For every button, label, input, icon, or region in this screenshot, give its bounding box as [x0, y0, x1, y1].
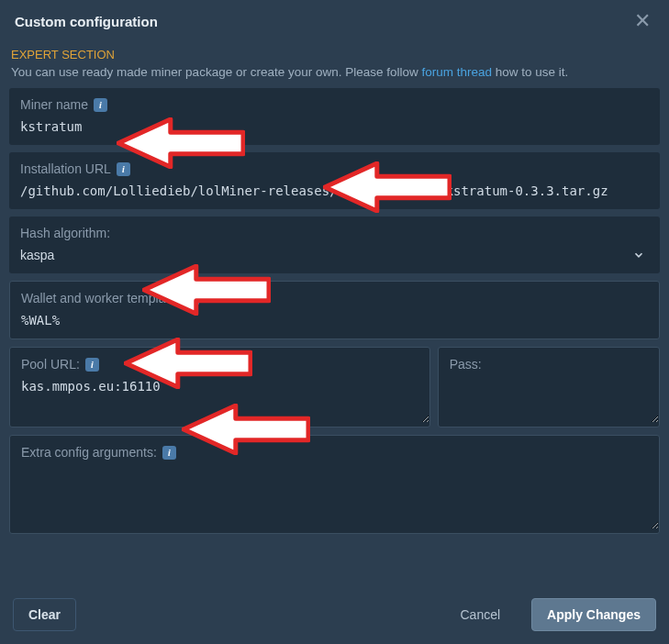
miner-name-group: Miner name i [9, 88, 660, 145]
wallet-template-label-text: Wallet and worker template: [21, 291, 180, 305]
pool-url-input[interactable] [10, 377, 429, 423]
info-icon[interactable]: i [185, 292, 199, 305]
pass-label: Pass: [439, 348, 659, 377]
modal-title: Custom configuration [15, 14, 158, 29]
expert-help-text: You can use ready made miner package or … [9, 63, 660, 88]
wallet-template-label: Wallet and worker template: i [10, 282, 659, 311]
miner-name-label: Miner name i [9, 88, 660, 117]
extra-config-label-text: Extra config arguments: [21, 445, 157, 460]
install-url-input[interactable] [9, 182, 660, 209]
hash-algo-select[interactable]: kaspa [9, 246, 660, 273]
hash-algo-group: Hash algorithm: kaspa [9, 217, 660, 273]
modal-header: Custom configuration ✕ [0, 0, 669, 40]
clear-button[interactable]: Clear [13, 598, 76, 631]
pass-label-text: Pass: [450, 357, 482, 372]
wallet-template-input[interactable] [10, 311, 659, 339]
pool-url-label-text: Pool URL: [21, 357, 80, 372]
close-icon[interactable]: ✕ [630, 11, 654, 31]
info-icon[interactable]: i [85, 358, 99, 372]
info-icon[interactable]: i [94, 98, 107, 112]
cancel-button[interactable]: Cancel [446, 599, 516, 630]
footer-right: Cancel Apply Changes [446, 598, 657, 631]
install-url-label-text: Installation URL [20, 161, 111, 176]
miner-name-input[interactable] [9, 117, 660, 145]
pass-input[interactable] [439, 377, 659, 423]
extra-config-group: Extra config arguments: i [9, 435, 660, 534]
apply-button[interactable]: Apply Changes [531, 598, 656, 631]
help-post: how to use it. [492, 65, 568, 79]
extra-config-label: Extra config arguments: i [10, 436, 659, 465]
hash-algo-value: kaspa [20, 248, 54, 262]
chevron-down-icon [632, 249, 645, 261]
forum-thread-link[interactable]: forum thread [422, 65, 493, 79]
pool-pass-row: Pool URL: i Pass: [9, 347, 660, 427]
hash-algo-label: Hash algorithm: [9, 217, 660, 246]
install-url-group: Installation URL i [9, 152, 660, 209]
expert-section-label: EXPERT SECTION [9, 44, 660, 63]
hash-algo-label-text: Hash algorithm: [20, 226, 110, 240]
help-pre: You can use ready made miner package or … [11, 65, 422, 79]
install-url-label: Installation URL i [9, 152, 660, 182]
extra-config-input[interactable] [10, 465, 659, 529]
pool-url-group: Pool URL: i [9, 347, 430, 427]
modal-footer: Clear Cancel Apply Changes [0, 589, 669, 644]
modal-body: EXPERT SECTION You can use ready made mi… [0, 40, 669, 589]
config-modal: Custom configuration ✕ EXPERT SECTION Yo… [0, 0, 669, 644]
pass-group: Pass: [438, 347, 660, 427]
pool-url-label: Pool URL: i [10, 348, 429, 377]
miner-name-label-text: Miner name [20, 97, 88, 112]
info-icon[interactable]: i [117, 162, 130, 176]
info-icon[interactable]: i [162, 446, 176, 460]
wallet-template-group: Wallet and worker template: i [9, 281, 660, 339]
